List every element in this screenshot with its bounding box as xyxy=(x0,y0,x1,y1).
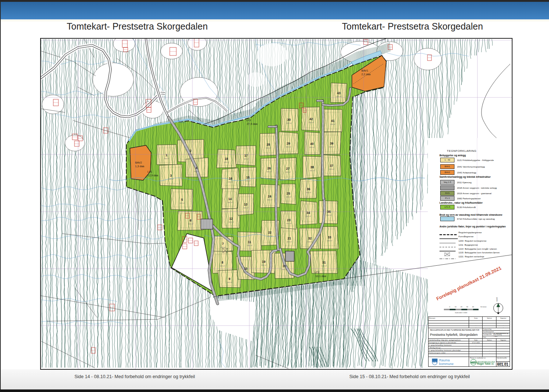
svg-text:24: 24 xyxy=(268,195,272,198)
svg-text:1000 m²: 1000 m² xyxy=(243,207,249,209)
svg-text:41: 41 xyxy=(331,119,335,123)
svg-text:1000 m²: 1000 m² xyxy=(220,265,225,267)
svg-text:1000 m²: 1000 m² xyxy=(243,271,249,273)
svg-text:22: 22 xyxy=(268,231,272,234)
svg-text:1000 m²: 1000 m² xyxy=(224,161,229,163)
svg-text:LF3: LF3 xyxy=(246,119,251,122)
svg-text:10,1 daa: 10,1 daa xyxy=(315,274,326,278)
svg-text:1000 m²: 1000 m² xyxy=(329,168,334,170)
svg-text:38: 38 xyxy=(310,165,314,169)
svg-text:27,5 daa: 27,5 daa xyxy=(247,122,258,126)
svg-text:27: 27 xyxy=(286,167,290,170)
svg-text:42: 42 xyxy=(310,117,313,121)
svg-text:11: 11 xyxy=(248,240,251,244)
svg-text:nord: nord xyxy=(496,297,498,301)
svg-text:5: 5 xyxy=(181,198,183,201)
svg-text:BAV2: BAV2 xyxy=(135,161,142,164)
svg-text:1000 m²: 1000 m² xyxy=(267,199,272,201)
svg-text:Hv: Hv xyxy=(178,120,180,122)
svg-text:1000 m²: 1000 m² xyxy=(266,147,271,149)
svg-text:1000 m²: 1000 m² xyxy=(247,245,252,246)
svg-text:1,3 daa: 1,3 daa xyxy=(135,165,145,168)
svg-text:14: 14 xyxy=(228,197,232,201)
svg-text:30: 30 xyxy=(467,306,468,308)
svg-text:LF2: LF2 xyxy=(315,270,319,274)
svg-text:23: 23 xyxy=(287,218,291,222)
svg-text:1000 m²: 1000 m² xyxy=(220,246,226,248)
svg-text:32: 32 xyxy=(308,237,312,240)
svg-text:1000 m²: 1000 m² xyxy=(168,178,174,180)
svg-text:28: 28 xyxy=(266,143,270,146)
svg-text:1000 m²: 1000 m² xyxy=(330,123,335,125)
svg-text:10: 10 xyxy=(455,306,457,308)
svg-text:1000 m²: 1000 m² xyxy=(286,146,291,148)
svg-text:7: 7 xyxy=(222,242,224,246)
svg-text:16: 16 xyxy=(229,177,233,180)
svg-text:20: 20 xyxy=(283,264,286,268)
svg-text:19: 19 xyxy=(262,260,266,264)
svg-text:6: 6 xyxy=(190,219,192,222)
svg-text:LANDSKAPSARKITEKT MNLA: LANDSKAPSARKITEKT MNLA xyxy=(477,361,495,362)
svg-text:1000 m²: 1000 m² xyxy=(308,122,314,123)
svg-text:målestokk 1:1000: målestokk 1:1000 xyxy=(455,312,467,314)
svg-text:1000 m²: 1000 m² xyxy=(285,171,291,173)
svg-text:1000 m²: 1000 m² xyxy=(286,196,291,198)
svg-text:1: 1 xyxy=(166,153,168,157)
svg-text:20: 20 xyxy=(461,306,462,308)
svg-text:1000 m²: 1000 m² xyxy=(309,146,315,148)
svg-text:40: 40 xyxy=(472,306,474,308)
svg-text:3: 3 xyxy=(170,174,172,177)
svg-text:39: 39 xyxy=(330,142,334,145)
svg-text:1000 m²: 1000 m² xyxy=(243,158,249,160)
svg-text:1000 m²: 1000 m² xyxy=(245,180,251,182)
svg-text:43: 43 xyxy=(337,91,341,95)
svg-text:12: 12 xyxy=(229,217,233,220)
svg-text:1000 m²: 1000 m² xyxy=(286,122,292,124)
svg-text:1000 m²: 1000 m² xyxy=(326,214,332,216)
svg-text:1000 m²: 1000 m² xyxy=(310,170,315,172)
svg-text:1000 m²: 1000 m² xyxy=(188,153,193,155)
svg-text:34: 34 xyxy=(307,211,310,215)
svg-text:1000 m²: 1000 m² xyxy=(194,170,199,172)
svg-text:4: 4 xyxy=(196,166,197,170)
svg-text:1000 m²: 1000 m² xyxy=(327,240,332,242)
svg-text:1000 m²: 1000 m² xyxy=(261,264,266,266)
svg-text:1000 m²: 1000 m² xyxy=(307,241,313,243)
svg-text:1000 m²: 1000 m² xyxy=(164,158,169,160)
svg-text:1000 m²: 1000 m² xyxy=(179,202,185,204)
svg-text:50 meter: 50 meter xyxy=(480,306,487,308)
svg-text:1000 m²: 1000 m² xyxy=(228,181,233,183)
svg-text:1000 m²: 1000 m² xyxy=(329,146,334,148)
svg-text:1000 m²: 1000 m² xyxy=(229,221,234,223)
svg-text:33: 33 xyxy=(328,235,331,239)
svg-text:8: 8 xyxy=(222,261,223,264)
svg-text:Roger Tokle AS: Roger Tokle AS xyxy=(477,362,494,365)
svg-text:1000 m²: 1000 m² xyxy=(321,265,327,267)
svg-text:25: 25 xyxy=(287,192,290,195)
svg-text:36: 36 xyxy=(307,187,310,191)
svg-text:2: 2 xyxy=(190,149,192,153)
svg-text:10: 10 xyxy=(244,267,247,270)
svg-text:1000 m²: 1000 m² xyxy=(188,223,193,225)
svg-text:2,2 daa: 2,2 daa xyxy=(361,73,371,76)
svg-text:1000 m²: 1000 m² xyxy=(306,192,311,193)
svg-text:1000 m²: 1000 m² xyxy=(227,281,232,283)
svg-text:1000 m²: 1000 m² xyxy=(306,215,311,217)
svg-text:18: 18 xyxy=(224,157,228,161)
svg-text:BAV1: BAV1 xyxy=(361,69,368,72)
svg-text:40: 40 xyxy=(310,142,314,146)
svg-text:29: 29 xyxy=(287,142,290,145)
svg-text:31: 31 xyxy=(322,261,326,264)
svg-text:9: 9 xyxy=(229,277,230,281)
svg-text:1642 m²: 1642 m² xyxy=(180,122,186,123)
svg-text:1000 m²: 1000 m² xyxy=(266,171,272,173)
svg-text:12,9 daa: 12,9 daa xyxy=(147,174,158,177)
svg-text:1000 m²: 1000 m² xyxy=(287,241,292,243)
svg-text:21: 21 xyxy=(288,237,291,240)
svg-text:17: 17 xyxy=(244,154,248,157)
svg-text:1000 m²: 1000 m² xyxy=(227,201,233,203)
svg-text:30: 30 xyxy=(287,118,291,122)
svg-text:37: 37 xyxy=(330,164,333,168)
svg-text:26: 26 xyxy=(267,166,271,170)
svg-text:1000 m²: 1000 m² xyxy=(336,96,342,97)
